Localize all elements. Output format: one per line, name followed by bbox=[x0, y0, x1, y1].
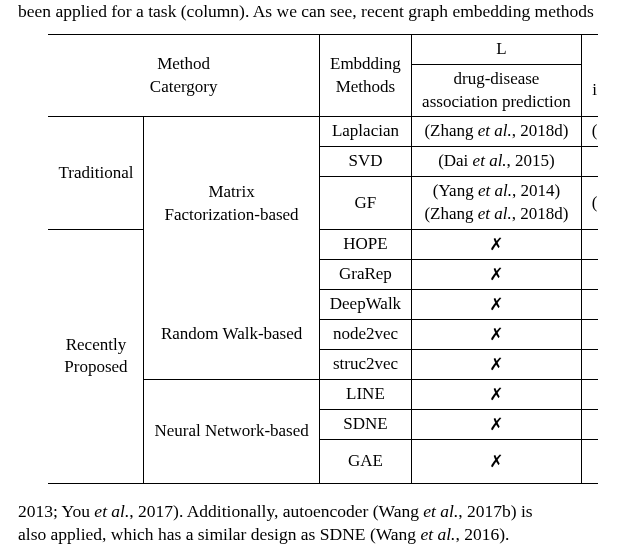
method-node2vec: node2vec bbox=[319, 320, 411, 350]
task-svd: (Dai et al., 2015) bbox=[412, 147, 582, 177]
method-gf: GF bbox=[319, 177, 411, 230]
task-sdne: ✗ bbox=[412, 409, 582, 439]
task-line: ✗ bbox=[412, 379, 582, 409]
task-node2vec: ✗ bbox=[412, 320, 582, 350]
cat-recently-proposed: RecentlyProposed bbox=[48, 230, 143, 484]
hdr-method-category: Method Catergory bbox=[48, 34, 319, 117]
body-text-above: been applied for a task (column). As we … bbox=[18, 0, 628, 24]
line1: 2013; You et al., 2017). Additionally, a… bbox=[18, 501, 533, 521]
method-gae: GAE bbox=[319, 439, 411, 483]
hdr-embedding-methods: Embdding Methods bbox=[319, 34, 411, 117]
line2: also applied, which has a similar design… bbox=[18, 524, 509, 544]
hdr-L-cut: L bbox=[412, 34, 582, 64]
cite-zhang2018d-2: (Zhang et al., 2018d) bbox=[424, 204, 568, 223]
task-deepwalk: ✗ bbox=[412, 290, 582, 320]
method-line: LINE bbox=[319, 379, 411, 409]
hdr-task: drug-disease association prediction bbox=[412, 64, 582, 117]
hdr-i-cut: i bbox=[581, 64, 597, 117]
cut-hope bbox=[581, 230, 597, 260]
method-struc2vec: struc2vec bbox=[319, 349, 411, 379]
method-grarep: GraRep bbox=[319, 260, 411, 290]
task-gf: (Yang et al., 2014) (Zhang et al., 2018d… bbox=[412, 177, 582, 230]
cut-struc2vec bbox=[581, 349, 597, 379]
cut-gf: ( bbox=[581, 177, 597, 230]
method-svd: SVD bbox=[319, 147, 411, 177]
task-grarep: ✗ bbox=[412, 260, 582, 290]
methods-table: Method Catergory Embdding Methods L drug… bbox=[48, 34, 597, 484]
method-laplacian: Laplacian bbox=[319, 117, 411, 147]
cut-svd bbox=[581, 147, 597, 177]
task-laplacian: (Zhang et al., 2018d) bbox=[412, 117, 582, 147]
method-hope: HOPE bbox=[319, 230, 411, 260]
sub-neural-network: Neural Network-based bbox=[144, 379, 319, 483]
cite-zhang2018d: (Zhang et al., 2018d) bbox=[424, 121, 568, 140]
body-text-below: 2013; You et al., 2017). Additionally, a… bbox=[18, 500, 628, 547]
cut-line bbox=[581, 379, 597, 409]
cut-gae bbox=[581, 439, 597, 483]
method-deepwalk: DeepWalk bbox=[319, 290, 411, 320]
sub-random-walk: Random Walk-based bbox=[144, 290, 319, 380]
task-struc2vec: ✗ bbox=[412, 349, 582, 379]
cut-node2vec bbox=[581, 320, 597, 350]
cut-deepwalk bbox=[581, 290, 597, 320]
sub-matrix-factorization: MatrixFactorization-based bbox=[144, 117, 319, 290]
cut-laplacian: ( bbox=[581, 117, 597, 147]
cut-sdne bbox=[581, 409, 597, 439]
cite-dai2015: (Dai et al., 2015) bbox=[438, 151, 555, 170]
cite-yang2014: (Yang et al., 2014) bbox=[433, 181, 560, 200]
cat-traditional: Traditional bbox=[48, 117, 143, 230]
task-gae: ✗ bbox=[412, 439, 582, 483]
method-sdne: SDNE bbox=[319, 409, 411, 439]
cut-grarep bbox=[581, 260, 597, 290]
task-hope: ✗ bbox=[412, 230, 582, 260]
